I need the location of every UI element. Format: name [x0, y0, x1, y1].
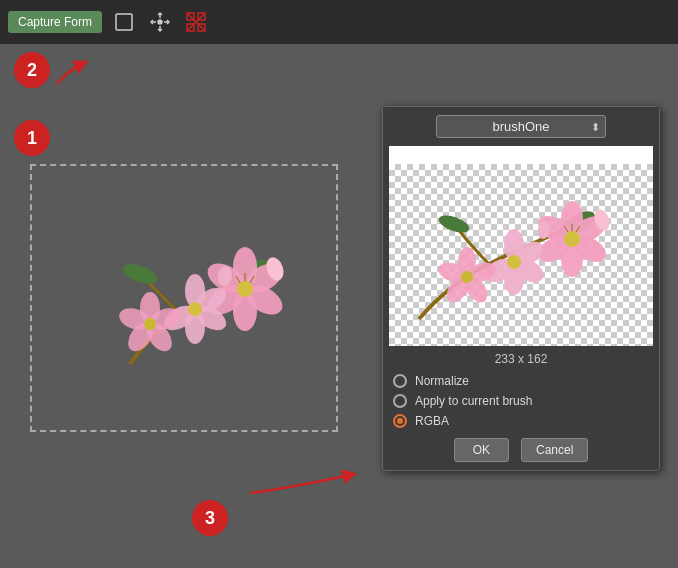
radio-rgba[interactable] [393, 414, 407, 428]
svg-point-13 [120, 260, 159, 287]
radio-apply-label: Apply to current brush [415, 394, 532, 408]
dialog-header: brushOne ⬍ [383, 107, 659, 146]
svg-point-61 [461, 271, 473, 283]
svg-point-46 [564, 231, 580, 247]
step-2-arrow [52, 56, 92, 89]
capture-form-button[interactable]: Capture Form [8, 11, 102, 33]
rect-select-icon[interactable] [110, 8, 138, 36]
svg-rect-0 [116, 14, 132, 30]
cancel-button[interactable]: Cancel [521, 438, 588, 462]
svg-point-29 [188, 302, 202, 316]
radio-rgba-row[interactable]: RGBA [393, 414, 649, 428]
transform-icon[interactable] [146, 8, 174, 36]
svg-point-20 [237, 281, 253, 297]
radio-normalize[interactable] [393, 374, 407, 388]
canvas-flower [50, 194, 310, 384]
radio-normalize-row[interactable]: Normalize [393, 374, 649, 388]
svg-point-39 [437, 212, 472, 236]
dialog: brushOne ⬍ [382, 106, 660, 471]
preview-size-label: 233 x 162 [383, 352, 659, 366]
svg-point-35 [144, 318, 156, 330]
radio-rgba-label: RGBA [415, 414, 449, 428]
step-3-arrow [240, 453, 370, 506]
brush-select[interactable]: brushOne [436, 115, 606, 138]
radio-apply-row[interactable]: Apply to current brush [393, 394, 649, 408]
radio-normalize-label: Normalize [415, 374, 469, 388]
dialog-buttons: OK Cancel [383, 438, 659, 462]
radio-apply[interactable] [393, 394, 407, 408]
preview-flower [389, 156, 653, 346]
step-1-circle: 1 [14, 120, 50, 156]
ok-button[interactable]: OK [454, 438, 509, 462]
svg-point-1 [158, 20, 162, 24]
svg-point-55 [507, 255, 521, 269]
brush-select-wrapper[interactable]: brushOne ⬍ [436, 115, 606, 138]
radio-group: Normalize Apply to current brush RGBA [383, 374, 659, 428]
step-3-circle: 3 [192, 500, 228, 536]
step-2-circle: 2 [14, 52, 50, 88]
canvas-area: 1 2 [0, 44, 678, 568]
toolbar: Capture Form [0, 0, 678, 44]
brush-preview [389, 146, 653, 346]
scatter-icon[interactable] [182, 8, 210, 36]
